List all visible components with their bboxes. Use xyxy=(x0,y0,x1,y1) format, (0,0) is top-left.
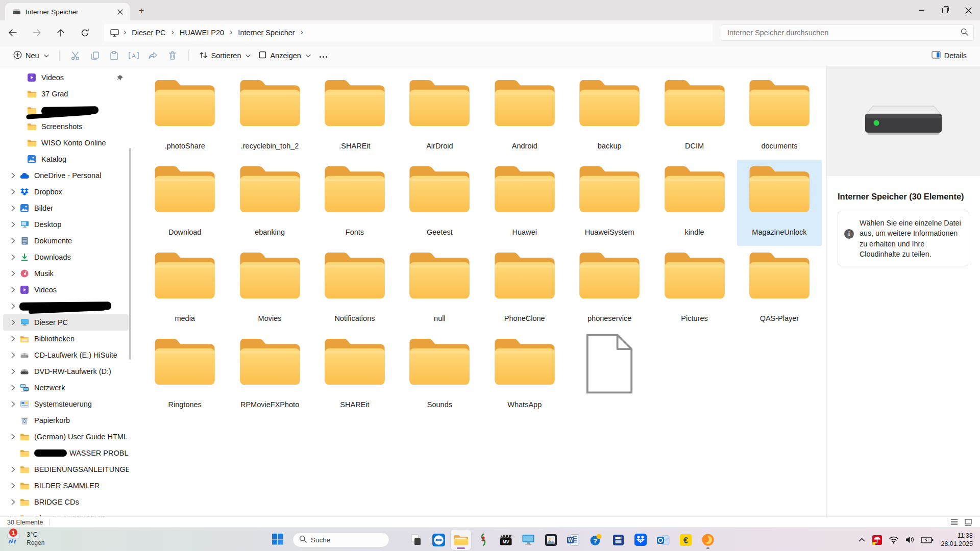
chevron-right-icon[interactable] xyxy=(7,385,19,391)
volume-icon[interactable] xyxy=(902,531,918,548)
folder-ebanking[interactable]: ebanking xyxy=(227,160,312,246)
sidebar-item-bridge-cds[interactable]: BRIDGE CDs xyxy=(3,494,129,510)
taskbar-app-help[interactable]: ? xyxy=(585,530,606,550)
folder-null[interactable]: null xyxy=(397,246,482,332)
sidebar-item-desktop[interactable]: Desktop xyxy=(3,216,129,233)
chevron-right-icon[interactable] xyxy=(7,238,19,244)
unnamed-file[interactable] xyxy=(567,332,652,418)
chevron-right-icon[interactable] xyxy=(7,172,19,179)
folder-magazineunlock[interactable]: MagazineUnlock xyxy=(737,160,822,246)
sidebar-item-videos[interactable]: Videos xyxy=(3,69,129,86)
forward-icon[interactable] xyxy=(28,24,45,41)
list-view-icon[interactable] xyxy=(949,518,959,527)
clock[interactable]: 11:38 28.01.2025 xyxy=(941,532,973,548)
copy-icon[interactable] xyxy=(85,47,105,64)
more-button[interactable] xyxy=(315,48,332,63)
chevron-right-icon[interactable] xyxy=(7,466,19,472)
folder-shareit[interactable]: .SHAREit xyxy=(312,73,397,160)
folder-download[interactable]: Download xyxy=(142,160,227,246)
explorer-tab[interactable]: Interner Speicher xyxy=(5,3,130,20)
sidebar-item-wasser-problem-3-2022[interactable]: WASSER PROBLEM 3 2022 xyxy=(3,445,129,461)
taskbar-app-printer[interactable] xyxy=(608,530,628,550)
folder-notifications[interactable]: Notifications xyxy=(312,246,397,332)
back-icon[interactable] xyxy=(4,24,21,41)
taskbar-app-clapperboard[interactable]: MV xyxy=(496,530,516,550)
sidebar-item-german-user-guide-html-v17-iii[interactable]: (German) User Guide HTML - V17-III xyxy=(3,429,129,445)
refresh-icon[interactable] xyxy=(76,24,93,41)
avira-tray-icon[interactable] xyxy=(869,531,886,548)
breadcrumb-item[interactable]: HUAWEI P20 xyxy=(177,27,227,38)
sort-button[interactable]: Sortieren xyxy=(195,48,255,64)
chevron-right-icon[interactable] xyxy=(7,336,19,342)
folder-pictures[interactable]: Pictures xyxy=(652,246,737,332)
folder-backup[interactable]: backup xyxy=(567,73,652,160)
minimize-button[interactable] xyxy=(910,0,933,20)
sidebar-item-bilder[interactable]: Bilder xyxy=(3,200,129,216)
folder-huaweisystem[interactable]: HuaweiSystem xyxy=(567,160,652,246)
sidebar-item-netzwerk[interactable]: Netzwerk xyxy=(3,380,129,396)
sidebar-item-onedrive-personal[interactable]: OneDrive - Personal xyxy=(3,167,129,184)
folder-sounds[interactable]: Sounds xyxy=(397,332,482,418)
search-box[interactable] xyxy=(721,24,974,41)
sidebar-item-musik[interactable]: Musik xyxy=(3,265,129,282)
sidebar-item-redacted[interactable] xyxy=(3,298,129,314)
sidebar-item-wiso-konto-online[interactable]: WISO Konto Online xyxy=(3,135,129,151)
sidebar-item-bilder-sammler[interactable]: BILDER SAMMLER xyxy=(3,478,129,494)
chevron-right-icon[interactable] xyxy=(7,254,19,260)
chevron-right-icon[interactable] xyxy=(7,303,19,309)
search-input[interactable] xyxy=(726,28,961,37)
maximize-button[interactable] xyxy=(933,0,957,20)
folder-rpmoviefxphoto[interactable]: RPMovieFXPhoto xyxy=(227,332,312,418)
breadcrumb-item[interactable]: Interner Speicher xyxy=(235,27,298,38)
weather-widget[interactable]: 1 3°C Regen xyxy=(5,530,44,547)
taskbar-search[interactable]: Suche xyxy=(292,532,389,547)
chevron-right-icon[interactable] xyxy=(7,368,19,374)
breadcrumb-item[interactable]: Dieser PC xyxy=(129,27,168,38)
chevron-right-icon[interactable] xyxy=(7,221,19,228)
up-icon[interactable] xyxy=(52,24,69,41)
taskbar-app-dropbox-app[interactable] xyxy=(630,530,651,550)
folder-movies[interactable]: Movies xyxy=(227,246,312,332)
sidebar-item-cd-laufwerk-e-hisuite[interactable]: CD-Laufwerk (E:) HiSuite xyxy=(3,347,129,363)
folder-android[interactable]: Android xyxy=(482,73,567,160)
taskbar-app-word[interactable]: W xyxy=(563,530,583,550)
sidebar-item-downloads[interactable]: Downloads xyxy=(3,249,129,265)
folder-photoshare[interactable]: .photoShare xyxy=(142,73,227,160)
wifi-icon[interactable] xyxy=(886,531,902,548)
sidebar-item-papierkorb[interactable]: Papierkorb xyxy=(3,412,129,429)
folder-phoneservice[interactable]: phoneservice xyxy=(567,246,652,332)
sidebar-item-dokumente[interactable]: Dokumente xyxy=(3,233,129,249)
battery-icon[interactable] xyxy=(918,531,937,548)
paste-icon[interactable] xyxy=(105,47,124,64)
folder-huawei[interactable]: Huawei xyxy=(482,160,567,246)
rename-icon[interactable]: A xyxy=(124,47,143,64)
folder-documents[interactable]: documents xyxy=(737,73,822,160)
icons-view-icon[interactable] xyxy=(964,518,973,527)
folder-fonts[interactable]: Fonts xyxy=(312,160,397,246)
sidebar-item-systemsteuerung[interactable]: Systemsteuerung xyxy=(3,396,129,412)
folder-airdroid[interactable]: AirDroid xyxy=(397,73,482,160)
folder-geetest[interactable]: Geetest xyxy=(397,160,482,246)
taskbar-app-firefox[interactable] xyxy=(698,530,718,550)
chevron-right-icon[interactable] xyxy=(7,287,19,293)
folder-ringtones[interactable]: Ringtones xyxy=(142,332,227,418)
delete-icon[interactable] xyxy=(163,47,182,64)
folder-whatsapp[interactable]: WhatsApp xyxy=(482,332,567,418)
folder-recyclebin-toh-2[interactable]: .recyclebin_toh_2 xyxy=(227,73,312,160)
folder-kindle[interactable]: kindle xyxy=(652,160,737,246)
sidebar-item-37-grad[interactable]: 37 Grad xyxy=(3,86,129,102)
chevron-right-icon[interactable] xyxy=(7,270,19,277)
sidebar-item-screenshots[interactable]: Screenshots xyxy=(3,118,129,135)
sidebar-scrollbar[interactable] xyxy=(129,148,131,360)
taskbar-app-app-squares[interactable] xyxy=(406,530,426,550)
taskbar-app-euro-banking[interactable]: € xyxy=(675,530,696,550)
tab-close-icon[interactable] xyxy=(114,6,126,17)
folder-media[interactable]: media xyxy=(142,246,227,332)
sidebar-item-bedienungsanleitungen-neu[interactable]: BEDIENUNGSANLEITUNGEN NEU xyxy=(3,461,129,478)
chevron-right-icon[interactable] xyxy=(7,401,19,407)
sidebar-item-videos[interactable]: Videos xyxy=(3,282,129,298)
chevron-right-icon[interactable] xyxy=(7,352,19,358)
taskbar-app-outlook[interactable] xyxy=(653,530,673,550)
cut-icon[interactable] xyxy=(66,47,85,64)
new-tab-button[interactable]: + xyxy=(136,5,147,16)
